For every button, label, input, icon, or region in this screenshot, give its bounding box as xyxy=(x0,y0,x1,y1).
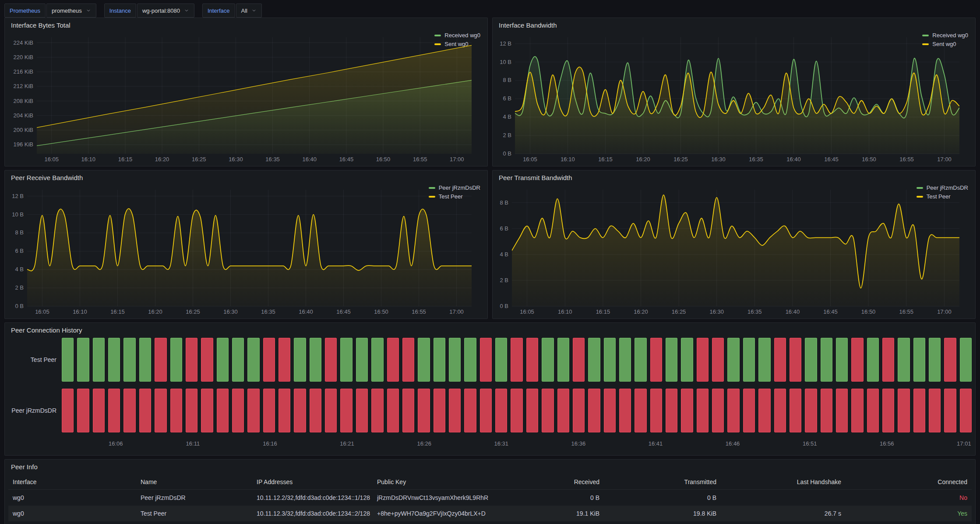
svg-text:16:30: 16:30 xyxy=(711,156,726,163)
timeline-row-label: Peer jRzmDsDR xyxy=(8,389,62,432)
time-series-chart[interactable]: 0 B2 B4 B6 B8 B16:0516:1016:1516:2016:25… xyxy=(496,184,911,317)
time-series-chart[interactable]: 196 KiB200 KiB204 KiB208 KiB212 KiB216 K… xyxy=(8,32,429,164)
panel-title[interactable]: Interface Bandwidth xyxy=(493,18,975,29)
panel-peer-connection-history: Peer Connection History Test PeerPeer jR… xyxy=(4,322,976,456)
state-bar-connected xyxy=(913,338,925,382)
svg-text:12 B: 12 B xyxy=(12,193,24,199)
column-header[interactable]: Connected xyxy=(846,478,972,485)
svg-text:4 B: 4 B xyxy=(15,266,24,273)
table-row: wg0Test Peer10.11.12.3/32,fdfd:d3ad:c0de… xyxy=(8,506,972,521)
column-header[interactable]: Transmitted xyxy=(604,478,721,485)
svg-text:216 KiB: 216 KiB xyxy=(13,68,33,75)
state-bar-connected xyxy=(557,338,569,382)
state-bar-connected xyxy=(588,338,600,382)
state-bar-connected xyxy=(635,338,646,382)
column-header[interactable]: Name xyxy=(136,478,252,485)
grafana-dashboard: Prometheus prometheus Instance wg-portal… xyxy=(0,0,980,524)
svg-text:220 KiB: 220 KiB xyxy=(13,54,33,60)
time-series-chart[interactable]: 0 B2 B4 B6 B8 B10 B12 B16:0516:1016:1516… xyxy=(496,32,917,164)
panel-title[interactable]: Peer Receive Bandwidth xyxy=(5,170,487,181)
state-bar-disconnected xyxy=(836,389,848,432)
state-bar-disconnected xyxy=(681,389,693,432)
state-bar-disconnected xyxy=(278,338,290,382)
svg-text:16:35: 16:35 xyxy=(261,308,275,315)
state-bar-disconnected xyxy=(929,389,941,432)
svg-text:16:40: 16:40 xyxy=(299,308,313,315)
svg-text:16:10: 16:10 xyxy=(81,156,96,163)
variable-value-prometheus[interactable]: prometheus xyxy=(46,4,96,18)
state-bar-disconnected xyxy=(480,338,492,382)
variable-value-text: prometheus xyxy=(52,7,82,14)
svg-text:16:50: 16:50 xyxy=(376,156,391,163)
cell: +8he+pyWH7Oa9g2FVjIxQzy04brLX+D xyxy=(373,510,500,517)
table-header-row: InterfaceNameIP AddressesPublic KeyRecei… xyxy=(8,474,972,490)
state-bar-disconnected xyxy=(821,389,832,432)
state-bar-disconnected xyxy=(77,389,89,432)
state-bar-disconnected xyxy=(944,338,956,382)
variables-toolbar: Prometheus prometheus Instance wg-portal… xyxy=(4,4,262,18)
state-bar-disconnected xyxy=(464,389,476,432)
svg-text:6 B: 6 B xyxy=(503,95,511,102)
svg-text:16:25: 16:25 xyxy=(186,308,200,315)
panel-title[interactable]: Peer Info xyxy=(5,460,975,471)
svg-text:10 B: 10 B xyxy=(500,59,511,65)
variable-label-prometheus: Prometheus xyxy=(4,4,46,18)
panel-interface-bytes-total: Interface Bytes Total 196 KiB200 KiB204 … xyxy=(4,18,488,166)
svg-text:16:20: 16:20 xyxy=(636,156,650,163)
state-bar-disconnected xyxy=(511,338,522,382)
state-bar-connected xyxy=(139,338,151,382)
svg-text:16:35: 16:35 xyxy=(747,308,762,315)
state-bar-connected xyxy=(247,338,259,382)
svg-text:16:40: 16:40 xyxy=(302,156,317,163)
variable-value-interface[interactable]: All xyxy=(236,4,262,18)
state-bar-disconnected xyxy=(434,389,445,432)
svg-text:204 KiB: 204 KiB xyxy=(13,112,33,119)
state-bar-disconnected xyxy=(201,389,213,432)
svg-text:16:55: 16:55 xyxy=(899,156,914,163)
svg-text:16:45: 16:45 xyxy=(339,156,354,163)
cell: jRzmDsDRVnwCt13vsyamXherk9L9RhR xyxy=(373,494,500,501)
state-bar-disconnected xyxy=(867,389,879,432)
state-bar-disconnected xyxy=(526,338,538,382)
variable-value-text: wg-portal:8080 xyxy=(142,7,180,14)
state-bar-disconnected xyxy=(712,338,724,382)
variable-label-interface: Interface xyxy=(202,4,235,18)
state-bar-disconnected xyxy=(495,389,507,432)
svg-text:16:30: 16:30 xyxy=(229,156,243,163)
column-header[interactable]: IP Addresses xyxy=(252,478,373,485)
column-header[interactable]: Interface xyxy=(8,478,136,485)
cell: 0 B xyxy=(500,494,604,501)
timeline-row: Peer jRzmDsDR xyxy=(8,389,972,432)
state-bar-connected xyxy=(217,338,229,382)
svg-text:16:50: 16:50 xyxy=(374,308,388,315)
state-timeline: Test PeerPeer jRzmDsDR16:0616:1116:1616:… xyxy=(8,338,972,453)
panel-title[interactable]: Interface Bytes Total xyxy=(5,18,487,29)
time-series-chart[interactable]: 0 B2 B4 B6 B8 B10 B12 B16:0516:1016:1516… xyxy=(8,184,423,317)
svg-text:16:45: 16:45 xyxy=(824,156,839,163)
panel-title[interactable]: Peer Connection History xyxy=(5,323,975,334)
state-bar-disconnected xyxy=(139,389,151,432)
column-header[interactable]: Received xyxy=(500,478,604,485)
state-bar-connected xyxy=(758,338,770,382)
state-bar-disconnected xyxy=(325,338,337,382)
cell: 26.7 s xyxy=(721,510,846,517)
state-bar-connected xyxy=(356,338,368,382)
cell: 0 B xyxy=(604,494,721,501)
svg-text:2 B: 2 B xyxy=(15,284,24,291)
svg-text:224 KiB: 224 KiB xyxy=(13,39,33,46)
state-bar-disconnected xyxy=(650,389,662,432)
svg-text:16:35: 16:35 xyxy=(749,156,763,163)
column-header[interactable]: Last Handshake xyxy=(721,478,846,485)
svg-text:16:10: 16:10 xyxy=(561,156,575,163)
column-header[interactable]: Public Key xyxy=(373,478,500,485)
panel-title[interactable]: Peer Transmit Bandwidth xyxy=(493,170,975,181)
chevron-down-icon xyxy=(184,8,189,13)
variable-instance: Instance wg-portal:8080 xyxy=(104,4,194,18)
variable-value-instance[interactable]: wg-portal:8080 xyxy=(137,4,194,18)
variable-prometheus: Prometheus prometheus xyxy=(4,4,96,18)
state-bar-disconnected xyxy=(170,389,182,432)
svg-text:16:35: 16:35 xyxy=(265,156,280,163)
state-bar-disconnected xyxy=(697,389,709,432)
state-bar-connected xyxy=(604,338,616,382)
state-bar-disconnected xyxy=(697,338,709,382)
